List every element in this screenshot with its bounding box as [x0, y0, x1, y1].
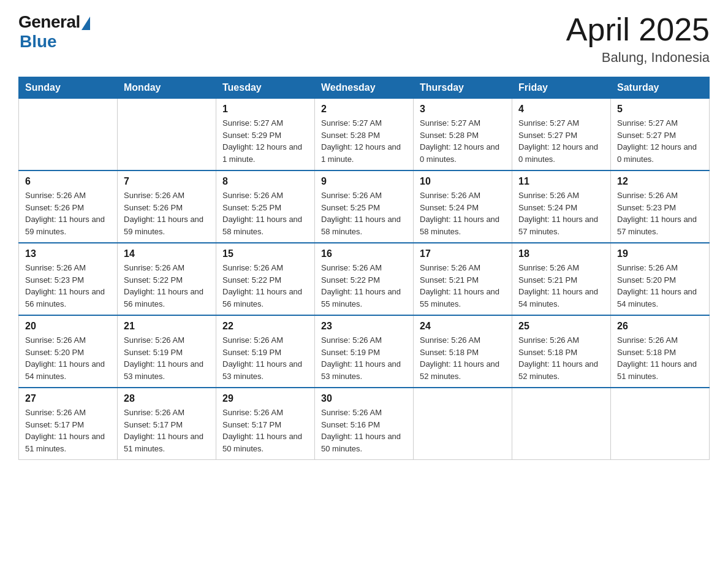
calendar-week-row: 13Sunrise: 5:26 AM Sunset: 5:23 PM Dayli… — [19, 243, 710, 315]
day-info: Sunrise: 5:26 AM Sunset: 5:25 PM Dayligh… — [222, 190, 308, 237]
day-info: Sunrise: 5:26 AM Sunset: 5:19 PM Dayligh… — [222, 334, 308, 382]
day-info: Sunrise: 5:27 AM Sunset: 5:28 PM Dayligh… — [321, 117, 407, 165]
calendar-day-cell — [19, 99, 118, 171]
day-info: Sunrise: 5:26 AM Sunset: 5:20 PM Dayligh… — [617, 262, 703, 310]
day-info: Sunrise: 5:26 AM Sunset: 5:25 PM Dayligh… — [321, 190, 407, 237]
day-info: Sunrise: 5:27 AM Sunset: 5:28 PM Dayligh… — [420, 117, 506, 165]
calendar-week-row: 27Sunrise: 5:26 AM Sunset: 5:17 PM Dayli… — [19, 388, 710, 460]
calendar-day-cell: 3Sunrise: 5:27 AM Sunset: 5:28 PM Daylig… — [414, 99, 512, 171]
calendar-day-cell: 5Sunrise: 5:27 AM Sunset: 5:27 PM Daylig… — [611, 99, 710, 171]
day-info: Sunrise: 5:26 AM Sunset: 5:22 PM Dayligh… — [124, 262, 210, 310]
day-info: Sunrise: 5:26 AM Sunset: 5:19 PM Dayligh… — [321, 334, 407, 382]
calendar-day-cell: 30Sunrise: 5:26 AM Sunset: 5:16 PM Dayli… — [315, 388, 414, 460]
weekday-header-saturday: Saturday — [611, 77, 710, 99]
day-number: 12 — [617, 176, 703, 187]
day-info: Sunrise: 5:26 AM Sunset: 5:17 PM Dayligh… — [25, 407, 111, 454]
calendar-day-cell: 14Sunrise: 5:26 AM Sunset: 5:22 PM Dayli… — [118, 243, 216, 315]
day-info: Sunrise: 5:26 AM Sunset: 5:18 PM Dayligh… — [617, 334, 703, 382]
day-number: 15 — [222, 248, 308, 259]
day-info: Sunrise: 5:26 AM Sunset: 5:24 PM Dayligh… — [518, 190, 604, 237]
calendar-day-cell — [414, 388, 512, 460]
day-number: 22 — [222, 321, 308, 332]
calendar-week-row: 20Sunrise: 5:26 AM Sunset: 5:20 PM Dayli… — [19, 315, 710, 388]
day-number: 4 — [518, 104, 604, 115]
logo-triangle-icon — [82, 17, 90, 30]
month-title: April 2025 — [566, 12, 710, 47]
header: General Blue April 2025 Balung, Indonesi… — [18, 12, 710, 66]
day-number: 17 — [420, 248, 506, 259]
day-number: 8 — [222, 176, 308, 187]
calendar-day-cell: 25Sunrise: 5:26 AM Sunset: 5:18 PM Dayli… — [512, 315, 611, 388]
day-info: Sunrise: 5:26 AM Sunset: 5:17 PM Dayligh… — [222, 407, 308, 454]
day-info: Sunrise: 5:26 AM Sunset: 5:21 PM Dayligh… — [518, 262, 604, 310]
day-number: 6 — [25, 176, 111, 187]
calendar-day-cell: 22Sunrise: 5:26 AM Sunset: 5:19 PM Dayli… — [216, 315, 315, 388]
day-number: 25 — [518, 321, 604, 332]
title-area: April 2025 Balung, Indonesia — [566, 12, 710, 66]
weekday-header-friday: Friday — [512, 77, 611, 99]
calendar-day-cell: 12Sunrise: 5:26 AM Sunset: 5:23 PM Dayli… — [611, 170, 710, 243]
logo-general-text: General — [18, 12, 80, 32]
day-info: Sunrise: 5:26 AM Sunset: 5:26 PM Dayligh… — [124, 190, 210, 237]
calendar-day-cell: 16Sunrise: 5:26 AM Sunset: 5:22 PM Dayli… — [315, 243, 414, 315]
calendar-day-cell: 6Sunrise: 5:26 AM Sunset: 5:26 PM Daylig… — [19, 170, 118, 243]
calendar-week-row: 1Sunrise: 5:27 AM Sunset: 5:29 PM Daylig… — [19, 99, 710, 171]
calendar-day-cell: 8Sunrise: 5:26 AM Sunset: 5:25 PM Daylig… — [216, 170, 315, 243]
day-number: 10 — [420, 176, 506, 187]
logo-blue-text: Blue — [20, 32, 57, 52]
calendar-day-cell — [118, 99, 216, 171]
day-info: Sunrise: 5:26 AM Sunset: 5:16 PM Dayligh… — [321, 407, 407, 454]
calendar-day-cell: 26Sunrise: 5:26 AM Sunset: 5:18 PM Dayli… — [611, 315, 710, 388]
calendar-day-cell — [512, 388, 611, 460]
calendar-day-cell: 24Sunrise: 5:26 AM Sunset: 5:18 PM Dayli… — [414, 315, 512, 388]
day-number: 21 — [124, 321, 210, 332]
day-number: 3 — [420, 104, 506, 115]
day-info: Sunrise: 5:26 AM Sunset: 5:19 PM Dayligh… — [124, 334, 210, 382]
day-number: 19 — [617, 248, 703, 259]
weekday-header-monday: Monday — [118, 77, 216, 99]
day-info: Sunrise: 5:27 AM Sunset: 5:27 PM Dayligh… — [518, 117, 604, 165]
day-number: 29 — [222, 393, 308, 404]
calendar-day-cell: 20Sunrise: 5:26 AM Sunset: 5:20 PM Dayli… — [19, 315, 118, 388]
calendar-week-row: 6Sunrise: 5:26 AM Sunset: 5:26 PM Daylig… — [19, 170, 710, 243]
day-info: Sunrise: 5:26 AM Sunset: 5:18 PM Dayligh… — [518, 334, 604, 382]
day-info: Sunrise: 5:26 AM Sunset: 5:26 PM Dayligh… — [25, 190, 111, 237]
day-number: 24 — [420, 321, 506, 332]
calendar-day-cell: 18Sunrise: 5:26 AM Sunset: 5:21 PM Dayli… — [512, 243, 611, 315]
day-info: Sunrise: 5:26 AM Sunset: 5:18 PM Dayligh… — [420, 334, 506, 382]
calendar-day-cell: 13Sunrise: 5:26 AM Sunset: 5:23 PM Dayli… — [19, 243, 118, 315]
calendar-day-cell: 28Sunrise: 5:26 AM Sunset: 5:17 PM Dayli… — [118, 388, 216, 460]
calendar-day-cell: 7Sunrise: 5:26 AM Sunset: 5:26 PM Daylig… — [118, 170, 216, 243]
day-info: Sunrise: 5:26 AM Sunset: 5:20 PM Dayligh… — [25, 334, 111, 382]
calendar-day-cell: 17Sunrise: 5:26 AM Sunset: 5:21 PM Dayli… — [414, 243, 512, 315]
day-number: 23 — [321, 321, 407, 332]
weekday-header-sunday: Sunday — [19, 77, 118, 99]
day-info: Sunrise: 5:26 AM Sunset: 5:22 PM Dayligh… — [222, 262, 308, 310]
weekday-header-row: SundayMondayTuesdayWednesdayThursdayFrid… — [19, 77, 710, 99]
day-number: 2 — [321, 104, 407, 115]
calendar-table: SundayMondayTuesdayWednesdayThursdayFrid… — [18, 77, 710, 460]
weekday-header-tuesday: Tuesday — [216, 77, 315, 99]
calendar-day-cell: 19Sunrise: 5:26 AM Sunset: 5:20 PM Dayli… — [611, 243, 710, 315]
calendar-day-cell: 9Sunrise: 5:26 AM Sunset: 5:25 PM Daylig… — [315, 170, 414, 243]
day-number: 9 — [321, 176, 407, 187]
day-number: 30 — [321, 393, 407, 404]
calendar-day-cell — [611, 388, 710, 460]
day-info: Sunrise: 5:26 AM Sunset: 5:17 PM Dayligh… — [124, 407, 210, 454]
calendar-day-cell: 10Sunrise: 5:26 AM Sunset: 5:24 PM Dayli… — [414, 170, 512, 243]
day-number: 11 — [518, 176, 604, 187]
calendar-day-cell: 27Sunrise: 5:26 AM Sunset: 5:17 PM Dayli… — [19, 388, 118, 460]
day-number: 28 — [124, 393, 210, 404]
day-number: 7 — [124, 176, 210, 187]
day-number: 14 — [124, 248, 210, 259]
calendar-day-cell: 1Sunrise: 5:27 AM Sunset: 5:29 PM Daylig… — [216, 99, 315, 171]
day-number: 16 — [321, 248, 407, 259]
calendar-day-cell: 2Sunrise: 5:27 AM Sunset: 5:28 PM Daylig… — [315, 99, 414, 171]
calendar-day-cell: 21Sunrise: 5:26 AM Sunset: 5:19 PM Dayli… — [118, 315, 216, 388]
day-info: Sunrise: 5:27 AM Sunset: 5:27 PM Dayligh… — [617, 117, 703, 165]
day-number: 27 — [25, 393, 111, 404]
calendar-day-cell: 23Sunrise: 5:26 AM Sunset: 5:19 PM Dayli… — [315, 315, 414, 388]
day-number: 13 — [25, 248, 111, 259]
day-number: 18 — [518, 248, 604, 259]
day-number: 26 — [617, 321, 703, 332]
